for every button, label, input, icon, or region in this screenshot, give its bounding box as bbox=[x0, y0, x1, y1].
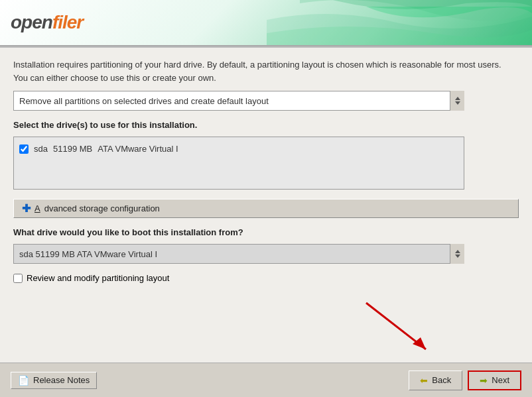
drive-name: sda bbox=[34, 144, 48, 154]
red-arrow-icon bbox=[360, 296, 439, 356]
header-decoration bbox=[267, 0, 532, 46]
back-label: Back bbox=[432, 375, 451, 385]
partition-layout-select[interactable]: Remove all partitions on selected drives… bbox=[13, 91, 464, 111]
header: openfiler bbox=[0, 0, 532, 46]
review-checkbox-row: Review and modify partitioning layout bbox=[13, 273, 519, 283]
document-icon: 📄 bbox=[18, 375, 29, 386]
partition-layout-dropdown-wrapper[interactable]: Remove all partitions on selected drives… bbox=[13, 91, 464, 111]
intro-line2: You can either choose to use this or cre… bbox=[13, 72, 519, 85]
advanced-storage-button[interactable]: ✚ Advanced storage configuration bbox=[13, 199, 519, 218]
main-content: Installation requires partitioning of yo… bbox=[0, 48, 532, 363]
footer: 📄 Release Notes ⬅ Back ➡ Next bbox=[0, 363, 532, 397]
boot-drive-select[interactable]: sda 51199 MB ATA VMware Virtual I bbox=[13, 244, 464, 264]
review-checkbox[interactable] bbox=[13, 274, 23, 283]
drive-item: sda 51199 MB ATA VMware Virtual I bbox=[19, 142, 458, 155]
drive-list: sda 51199 MB ATA VMware Virtual I bbox=[13, 137, 464, 190]
plus-icon: ✚ bbox=[22, 202, 31, 215]
next-label: Next bbox=[492, 375, 509, 385]
release-notes-label: Release Notes bbox=[33, 375, 90, 385]
next-arrow-icon: ➡ bbox=[480, 375, 488, 386]
drive-section-label: Select the drive(s) to use for this inst… bbox=[13, 120, 519, 130]
drive-checkbox-sda[interactable] bbox=[19, 144, 29, 154]
logo: openfiler bbox=[11, 12, 83, 33]
drive-size: 51199 MB bbox=[53, 144, 92, 154]
drive-description: ATA VMware Virtual I bbox=[98, 144, 178, 154]
intro-line1: Installation requires partitioning of yo… bbox=[13, 58, 519, 72]
intro-text: Installation requires partitioning of yo… bbox=[13, 58, 519, 84]
footer-buttons: ⬅ Back ➡ Next bbox=[409, 370, 521, 390]
back-arrow-icon: ⬅ bbox=[420, 375, 428, 386]
arrow-annotation bbox=[13, 290, 519, 352]
review-label: Review and modify partitioning layout bbox=[27, 273, 169, 283]
next-button[interactable]: ➡ Next bbox=[468, 370, 521, 390]
svg-marker-1 bbox=[413, 337, 426, 349]
release-notes-button[interactable]: 📄 Release Notes bbox=[11, 372, 97, 389]
boot-section-label: What drive would you like to boot this i… bbox=[13, 227, 519, 237]
boot-drive-dropdown-wrapper[interactable]: sda 51199 MB ATA VMware Virtual I bbox=[13, 244, 464, 264]
back-button[interactable]: ⬅ Back bbox=[409, 370, 462, 390]
